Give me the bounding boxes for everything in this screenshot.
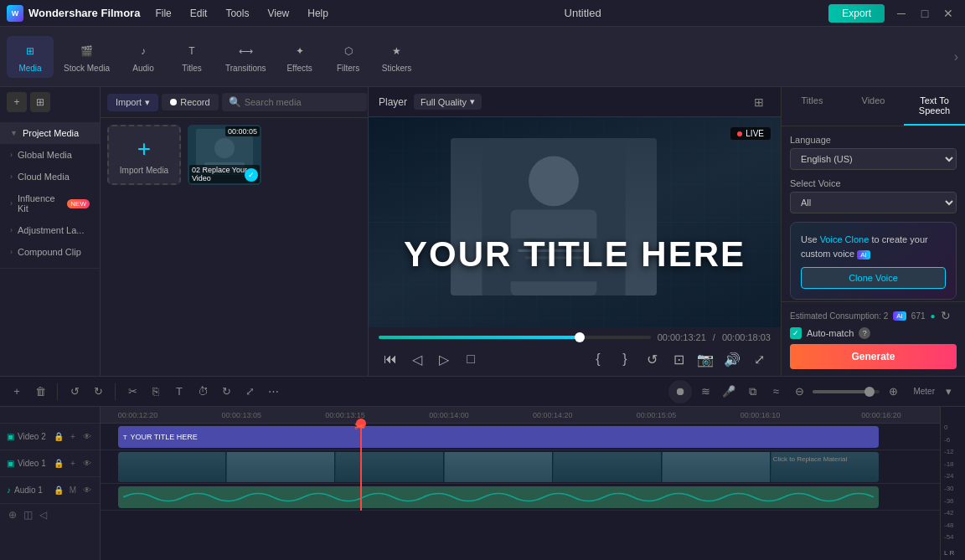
timeline-ruler: 00:00:12:20 00:00:13:05 00:00:13:15 00:0… [101,407,965,424]
track-label-icons-2: 🔒 + 👁 [53,458,93,470]
track-eye-button-2[interactable]: 👁 [81,458,93,470]
zoom-track[interactable] [813,390,880,393]
voice-clone-link[interactable]: Voice Clone [820,234,870,244]
title-clip[interactable]: T YOUR TITLE HERE [118,426,879,448]
arrow-left-button[interactable]: ◁ [37,509,49,521]
tab-text-to-speech[interactable]: Text To Speech [904,87,965,126]
media-thumbnail[interactable]: 00:00:05 02 Replace Your Video ✓ [188,125,261,185]
skip-back-button[interactable]: ⏮ [379,347,402,371]
tool-filters[interactable]: ⬡ Filters [325,36,372,78]
monitor-button[interactable]: ⊡ [667,347,690,371]
audio-clip[interactable] [118,486,879,508]
voice-select[interactable]: All [790,192,957,213]
menu-edit[interactable]: Edit [182,5,216,22]
maximize-button[interactable]: □ [915,3,935,23]
tl-wave-button[interactable]: ≋ [695,382,715,402]
minimize-button[interactable]: ─ [891,3,911,23]
tl-clip-button[interactable]: ⧉ [742,382,762,402]
mark-in-button[interactable]: { [586,347,610,371]
sidebar-item-cloud-media[interactable]: › Cloud Media [0,166,100,188]
tool-transitions[interactable]: ⟷ Transitions [217,36,275,78]
auto-match-info-icon[interactable]: ? [859,327,870,339]
volume-button[interactable]: 🔊 [720,347,744,371]
sidebar-item-influence-kit[interactable]: › Influence Kit NEW [0,188,100,219]
playhead[interactable] [360,424,362,511]
tl-vol-button[interactable]: ≈ [766,382,786,402]
loop-button[interactable]: ↺ [640,347,663,371]
snapshot-button[interactable]: 📷 [694,347,717,371]
mark-out-button[interactable]: } [613,347,637,371]
refresh-button[interactable]: ↻ [941,309,951,322]
progress-bar[interactable] [379,336,651,339]
track-add-button[interactable]: + [67,431,79,443]
tl-text-button[interactable]: T [169,382,189,402]
tool-media[interactable]: ⊞ Media [7,36,54,78]
tl-minus-circle-button[interactable]: ⊖ [789,382,809,402]
tool-stock-media[interactable]: 🎬 Stock Media [55,36,118,78]
tl-add-track-button[interactable]: + [7,382,27,402]
tl-record-button[interactable]: ⏺ [668,380,692,403]
sidebar-add-button[interactable]: + [7,92,27,112]
track-lock-button[interactable]: 🔒 [53,431,65,443]
auto-match-checkbox[interactable]: ✓ [790,327,802,339]
toolbar-expand-arrow[interactable]: › [954,49,958,64]
sidebar-item-project-media[interactable]: ▼ Project Media [0,122,100,144]
tl-meter-down-button[interactable]: ▾ [938,382,958,402]
track-lock-button-2[interactable]: 🔒 [53,458,65,470]
menu-view[interactable]: View [259,5,297,22]
sidebar-item-adjustment[interactable]: › Adjustment La... [0,219,100,241]
tl-speed-button[interactable]: ⏱ [193,382,213,402]
media-search-box[interactable]: 🔍 [222,93,367,111]
record-button[interactable]: Record [162,94,218,110]
menu-file[interactable]: File [147,5,179,22]
import-media-button[interactable]: + Import Media [107,125,181,185]
clip-label: YOUR TITLE HERE [131,433,198,441]
menu-help[interactable]: Help [299,5,337,22]
track-eye-button[interactable]: 👁 [81,431,93,443]
import-button[interactable]: Import ▾ [107,94,158,111]
tl-flip-button[interactable]: ⤢ [240,382,260,402]
generate-button[interactable]: Generate [790,344,957,369]
track-add-button-2[interactable]: + [67,458,79,470]
video-clip[interactable]: Click to Replace Material [118,452,879,482]
tl-more-button[interactable]: ⋯ [263,382,283,402]
close-button[interactable]: ✕ [938,3,958,23]
sidebar-grid-button[interactable]: ⊞ [30,92,50,112]
play-button[interactable]: ▷ [432,347,456,371]
track-mute-button[interactable]: M [67,485,79,496]
search-input[interactable] [245,97,360,107]
time-separator: / [713,332,715,342]
quality-selector[interactable]: Full Quality ▾ [414,94,482,110]
tl-undo-button[interactable]: ↺ [65,382,85,402]
tool-stickers[interactable]: ★ Stickers [374,36,421,78]
menu-tools[interactable]: Tools [217,5,257,22]
tab-titles[interactable]: Titles [782,87,843,126]
snap-button[interactable]: ⊕ [7,509,18,521]
frame-back-button[interactable]: ◁ [405,347,429,371]
clone-voice-button[interactable]: Clone Voice [801,267,946,289]
track-lock-button-3[interactable]: 🔒 [53,485,65,496]
sidebar-item-label: Global Media [18,150,72,160]
tl-redo-button[interactable]: ↻ [88,382,108,402]
fullscreen-button[interactable]: ⤢ [747,347,771,371]
language-select[interactable]: English (US) [790,148,957,170]
tool-effects[interactable]: ✦ Effects [276,36,323,78]
tl-delete-button[interactable]: 🗑 [30,382,50,402]
window-controls: ─ □ ✕ [891,3,958,23]
tl-cut-button[interactable]: ✂ [122,382,142,402]
player-settings-button[interactable]: ⊞ [747,90,771,114]
tl-rotate-button[interactable]: ↻ [216,382,236,402]
export-button[interactable]: Export [828,4,885,23]
tool-audio[interactable]: ♪ Audio [120,36,167,78]
sidebar-item-global-media[interactable]: › Global Media [0,144,100,166]
sidebar-item-compound-clip[interactable]: › Compound Clip [0,241,100,263]
track-eye-button-3[interactable]: 👁 [81,485,93,496]
tl-copy-button[interactable]: ⎘ [146,382,166,402]
tool-titles[interactable]: T Titles [168,36,215,78]
tl-mic-button[interactable]: 🎤 [719,382,739,402]
stop-button[interactable]: □ [459,347,482,371]
tab-video[interactable]: Video [843,87,904,126]
tl-plus-circle-button[interactable]: ⊕ [883,382,903,402]
video-frame [227,452,335,482]
magnet-button[interactable]: ◫ [22,509,34,521]
